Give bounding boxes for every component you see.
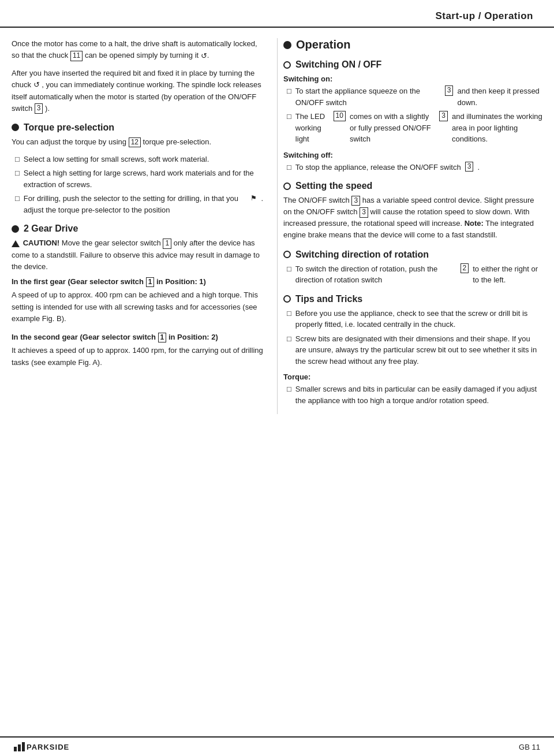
first-gear-body: A speed of up to approx. 400 rpm can be … bbox=[12, 289, 263, 324]
switching-on-heading: Switching on: bbox=[283, 75, 542, 83]
direction-switch-num: 2 bbox=[461, 263, 469, 274]
parkside-bars-icon bbox=[14, 742, 25, 751]
list-item: Before you use the appliance, check to s… bbox=[287, 308, 542, 330]
list-item: Select a low setting for small screws, s… bbox=[15, 154, 263, 165]
torque-body: You can adjust the torque by using 12 to… bbox=[12, 136, 263, 148]
list-item: Smaller screws and bits in particular ca… bbox=[287, 383, 542, 406]
bullet-empty-icon-3 bbox=[283, 251, 291, 258]
operation-title: Operation bbox=[283, 38, 542, 51]
torque-section: Torque pre-selection You can adjust the … bbox=[12, 122, 263, 216]
bullet-empty-icon-2 bbox=[283, 183, 291, 190]
chuck-number: 11 bbox=[70, 51, 83, 61]
parkside-logo: PARKSIDE bbox=[14, 742, 69, 751]
tips-title: Tips and Tricks bbox=[283, 294, 542, 304]
bullet-empty-icon-4 bbox=[283, 295, 291, 303]
switch-on-number: 3 bbox=[445, 85, 454, 96]
caution-label: CAUTION! bbox=[23, 239, 60, 247]
header-title: Start-up / Operation bbox=[435, 10, 533, 21]
speed-switch-num2: 3 bbox=[360, 207, 368, 218]
intro-text-2: After you have inserted the required bit… bbox=[12, 68, 263, 114]
bar2 bbox=[18, 744, 21, 751]
switching-off-heading: Switching off: bbox=[283, 151, 542, 159]
bullet-empty-icon bbox=[283, 61, 291, 69]
left-column: Once the motor has come to a halt, the d… bbox=[12, 38, 277, 414]
speed-body: The ON/OFF switch 3 has a variable speed… bbox=[283, 195, 542, 241]
rotation-icon: ↺ bbox=[201, 50, 207, 62]
direction-title: Switching direction of rotation bbox=[283, 249, 542, 260]
page-number: GB 11 bbox=[519, 743, 540, 751]
bullet-filled-icon bbox=[283, 41, 291, 49]
drill-position-icon: ⚑ bbox=[250, 193, 257, 203]
intro-text: Once the motor has come to a halt, the d… bbox=[12, 38, 263, 62]
switch-number: 3 bbox=[35, 103, 43, 114]
caution-block: CAUTION! Move the gear selector switch 1… bbox=[12, 237, 263, 272]
list-item: To start the appliance squeeze on the ON… bbox=[287, 85, 542, 108]
switching-on-list: To start the appliance squeeze on the ON… bbox=[283, 85, 542, 145]
switch-off-number: 3 bbox=[465, 162, 474, 172]
parkside-name: PARKSIDE bbox=[27, 743, 69, 751]
list-item: For drilling, push the selector to the s… bbox=[15, 193, 263, 215]
page-footer: PARKSIDE GB 11 bbox=[0, 736, 554, 756]
page-header: Start-up / Operation bbox=[0, 0, 554, 28]
bar1 bbox=[14, 747, 17, 751]
first-gear-heading: In the first gear (Gear selector switch … bbox=[12, 277, 263, 288]
second-gear-heading: In the second gear (Gear selector switch… bbox=[12, 333, 263, 343]
gear-switch-number: 1 bbox=[163, 239, 171, 249]
switching-onoff-section: Switching ON / OFF Switching on: To star… bbox=[283, 59, 542, 173]
operation-section: Operation bbox=[283, 38, 542, 51]
second-gear-body: It achieves a speed of up to approx. 140… bbox=[12, 345, 263, 368]
torque-heading: Torque: bbox=[283, 373, 542, 381]
tips-section: Tips and Tricks Before you use the appli… bbox=[283, 294, 542, 407]
note-label: Note: bbox=[465, 219, 484, 228]
switching-off-list: To stop the appliance, release the ON/OF… bbox=[283, 162, 542, 173]
torque-section-title: Torque pre-selection bbox=[12, 122, 263, 133]
right-column: Operation Switching ON / OFF Switching o… bbox=[277, 38, 542, 414]
list-item: To switch the direction of rotation, pus… bbox=[287, 263, 542, 286]
speed-switch-num: 3 bbox=[351, 196, 360, 206]
first-gear-block: In the first gear (Gear selector switch … bbox=[12, 277, 263, 325]
direction-section: Switching direction of rotation To switc… bbox=[283, 249, 542, 286]
torque-number: 12 bbox=[129, 137, 141, 148]
torque-list: Select a low setting for small screws, s… bbox=[12, 154, 263, 216]
list-item: To stop the appliance, release the ON/OF… bbox=[287, 162, 542, 173]
speed-title: Setting the speed bbox=[283, 181, 542, 191]
list-item: Select a high setting for large screws, … bbox=[15, 167, 263, 190]
tips-list: Before you use the appliance, check to s… bbox=[283, 308, 542, 367]
bullet-icon bbox=[12, 124, 19, 131]
list-item: The LED working light 10 comes on with a… bbox=[287, 111, 542, 145]
second-gear-number: 1 bbox=[158, 333, 167, 343]
list-item: Screw bits are designated with their dim… bbox=[287, 333, 542, 367]
led-number: 10 bbox=[334, 111, 346, 121]
second-gear-block: In the second gear (Gear selector switch… bbox=[12, 333, 263, 368]
gear-section: 2 Gear Drive CAUTION! Move the gear sele… bbox=[12, 224, 263, 368]
torque-list-tips: Smaller screws and bits in particular ca… bbox=[283, 383, 542, 406]
switch-number-2: 3 bbox=[439, 111, 448, 121]
chuck-icon: ↺ bbox=[33, 79, 40, 91]
bar3 bbox=[22, 742, 25, 751]
direction-list: To switch the direction of rotation, pus… bbox=[283, 263, 542, 286]
first-gear-number: 1 bbox=[146, 277, 155, 288]
switching-onoff-title: Switching ON / OFF bbox=[283, 59, 542, 70]
speed-section: Setting the speed The ON/OFF switch 3 ha… bbox=[283, 181, 542, 241]
bullet-icon bbox=[12, 225, 19, 233]
gear-section-title: 2 Gear Drive bbox=[12, 224, 263, 234]
caution-triangle-icon bbox=[12, 240, 20, 247]
